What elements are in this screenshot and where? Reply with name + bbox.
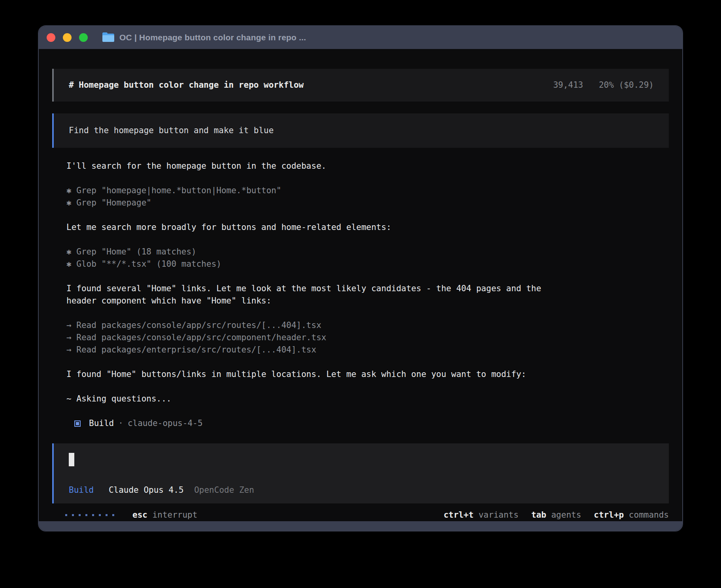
shortcut-agents: tab agents (531, 509, 581, 521)
zoom-button[interactable] (79, 33, 88, 42)
assistant-paragraph: Let me search more broadly for buttons a… (66, 221, 669, 234)
window-bottom-frame (39, 521, 682, 531)
assistant-line: I found "Home" buttons/links in multiple… (66, 368, 669, 381)
agent-footer: Build · claude-opus-4-5 (74, 417, 669, 430)
tool-call-grep: ✱ Grep "homepage|home.*button|Home.*butt… (66, 185, 669, 197)
assistant-line: header component which have "Home" links… (66, 295, 669, 307)
separator-dot: · (118, 417, 123, 430)
shortcut-label: variants (479, 510, 519, 520)
tool-call-group: → Read packages/console/app/src/routes/[… (66, 319, 669, 356)
tool-call-group: ✱ Grep "Home" (18 matches) ✱ Glob "**/*.… (66, 246, 669, 270)
shortcut-variants: ctrl+t variants (444, 509, 519, 521)
input-meta: Build Claude Opus 4.5 OpenCode Zen (69, 484, 654, 496)
tool-call-glob: ✱ Glob "**/*.tsx" (100 matches) (66, 258, 669, 270)
prompt-input[interactable]: Build Claude Opus 4.5 OpenCode Zen (52, 443, 669, 503)
assistant-line: ~ Asking questions... (66, 393, 669, 405)
agent-model: claude-opus-4-5 (128, 417, 203, 430)
shortcut-commands: ctrl+p commands (594, 509, 669, 521)
assistant-paragraph: I'll search for the homepage button in t… (66, 160, 669, 172)
input-provider-label: OpenCode Zen (194, 485, 254, 495)
input-model-label: Claude Opus 4.5 (109, 485, 184, 495)
session-header: # Homepage button color change in repo w… (52, 69, 669, 102)
input-agent-label: Build (69, 485, 94, 495)
shortcut-label: interrupt (153, 510, 198, 520)
tool-call-grep: ✱ Grep "Homepage" (66, 197, 669, 209)
minimize-button[interactable] (63, 33, 72, 42)
tool-call-read: → Read packages/console/app/src/componen… (66, 332, 669, 344)
assistant-paragraph: I found "Home" buttons/links in multiple… (66, 368, 669, 381)
agent-name: Build (89, 417, 114, 430)
spinner-dots (65, 514, 119, 516)
titlebar: OC | Homepage button color change in rep… (39, 26, 682, 49)
shortcut-label: commands (629, 510, 669, 520)
assistant-working-status: ~ Asking questions... (66, 393, 669, 405)
token-count: 39,413 (553, 80, 583, 90)
shortcut-key: tab (531, 510, 546, 520)
status-bar: esc interrupt ctrl+t variants tab agents… (52, 509, 669, 521)
folder-icon (102, 33, 114, 42)
user-message: Find the homepage button and make it blu… (52, 113, 669, 148)
assistant-line: Let me search more broadly for buttons a… (66, 221, 669, 234)
tool-call-read: → Read packages/console/app/src/routes/[… (66, 319, 669, 332)
session-stats: 39,413 20% ($0.29) (553, 79, 654, 91)
tool-call-grep: ✱ Grep "Home" (18 matches) (66, 246, 669, 258)
assistant-paragraph: I found several "Home" links. Let me loo… (66, 283, 669, 307)
user-message-text: Find the homepage button and make it blu… (69, 124, 274, 137)
shortcut-interrupt: esc interrupt (132, 509, 197, 521)
assistant-line: I found several "Home" links. Let me loo… (66, 283, 669, 295)
terminal: # Homepage button color change in repo w… (39, 49, 682, 521)
shortcut-hints-right: ctrl+t variants tab agents ctrl+p comman… (431, 509, 669, 521)
text-cursor (69, 453, 74, 466)
assistant-line: I'll search for the homepage button in t… (66, 160, 669, 172)
shortcut-key: esc (132, 510, 147, 520)
session-title: # Homepage button color change in repo w… (69, 79, 304, 91)
close-button[interactable] (47, 33, 55, 42)
window-title: OC | Homepage button color change in rep… (119, 33, 306, 42)
assistant-output: I'll search for the homepage button in t… (52, 160, 669, 442)
context-usage: 20% ($0.29) (599, 80, 654, 90)
agent-build-icon (74, 420, 81, 427)
tool-call-group: ✱ Grep "homepage|home.*button|Home.*butt… (66, 185, 669, 209)
app-window: OC | Homepage button color change in rep… (38, 25, 683, 531)
shortcut-label: agents (551, 510, 581, 520)
shortcut-key: ctrl+t (444, 510, 474, 520)
tool-call-read: → Read packages/enterprise/src/routes/[.… (66, 344, 669, 356)
shortcut-key: ctrl+p (594, 510, 624, 520)
